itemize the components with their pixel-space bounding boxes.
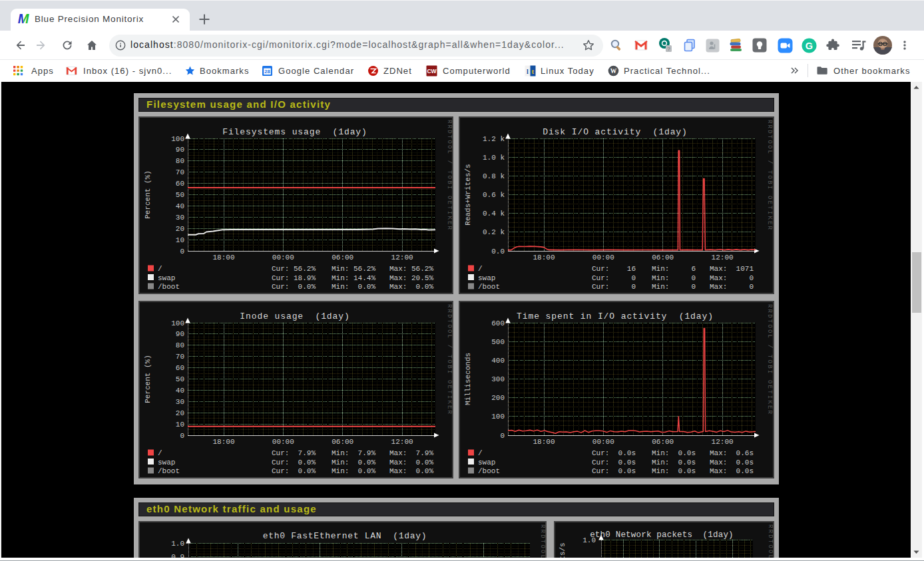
svg-text:RRDTOOL / TOBI OETIKER: RRDTOOL / TOBI OETIKER — [446, 304, 453, 415]
svg-text:0: 0 — [500, 432, 505, 440]
svg-text:20.5%: 20.5% — [411, 274, 433, 282]
svg-text:0: 0 — [631, 283, 636, 291]
svg-text:Packets/s: Packets/s — [559, 542, 567, 558]
svg-text:Percent (%): Percent (%) — [144, 355, 152, 403]
svg-text:0.6s: 0.6s — [736, 449, 754, 457]
svg-text:7.9%: 7.9% — [416, 449, 434, 457]
svg-text:Cur:: Cur: — [592, 265, 609, 273]
svg-text:Cur:: Cur: — [272, 449, 289, 457]
svg-text:18:00: 18:00 — [212, 254, 234, 262]
svg-text:Cur:: Cur: — [272, 459, 289, 467]
svg-text:500: 500 — [491, 338, 505, 346]
svg-text:Min:: Min: — [652, 459, 669, 467]
svg-text:Min:: Min: — [332, 283, 349, 291]
svg-text:Cur:: Cur: — [272, 265, 289, 273]
svg-text:0.9: 0.9 — [171, 553, 184, 558]
svg-text:Cur:: Cur: — [592, 449, 609, 457]
svg-text:G: G — [805, 40, 812, 51]
svg-text:0.4 k: 0.4 k — [483, 210, 505, 218]
svg-text:/: / — [478, 265, 483, 273]
svg-text:28: 28 — [264, 68, 270, 74]
svg-text:60: 60 — [176, 364, 184, 372]
svg-text:Max:: Max: — [710, 283, 727, 291]
svg-text:RRDTOOL / TOBI OETIKER: RRDTOOL / TOBI OETIKER — [446, 120, 453, 231]
svg-text:20: 20 — [176, 225, 184, 233]
svg-text:0: 0 — [749, 274, 754, 282]
svg-text:90: 90 — [176, 146, 184, 154]
svg-text:12:00: 12:00 — [712, 254, 734, 262]
svg-text:0.0%: 0.0% — [298, 283, 316, 291]
svg-text:7.9%: 7.9% — [358, 449, 376, 457]
svg-text:Max:: Max: — [710, 459, 727, 467]
svg-text:06:00: 06:00 — [652, 254, 674, 262]
svg-text:Cur:: Cur: — [272, 274, 289, 282]
svg-text:50: 50 — [176, 191, 184, 199]
svg-text:RRDTOOL / TOBI OETIKER: RRDTOOL / TOBI OETIKER — [766, 304, 773, 415]
svg-text:0.0s: 0.0s — [678, 449, 696, 457]
svg-text:100: 100 — [491, 413, 505, 421]
svg-text:Disk I/O activity (1day): Disk I/O activity (1day) — [543, 127, 688, 137]
svg-text:18.9%: 18.9% — [294, 274, 316, 282]
svg-text:Min:: Min: — [652, 449, 669, 457]
svg-text:W: W — [610, 68, 616, 75]
svg-text:Min:: Min: — [332, 449, 349, 457]
svg-text:Time spent in I/O activity (1: Time spent in I/O activity (1day) — [517, 311, 714, 321]
svg-text:/boot: /boot — [158, 283, 180, 291]
svg-text:0.0%: 0.0% — [358, 283, 376, 291]
svg-text:Min:: Min: — [332, 467, 349, 475]
svg-text:14.4%: 14.4% — [353, 274, 375, 282]
svg-text:0.0%: 0.0% — [298, 467, 316, 475]
svg-text:Max:: Max: — [710, 265, 727, 273]
svg-text:12:00: 12:00 — [391, 438, 413, 446]
svg-text:18:00: 18:00 — [533, 254, 555, 262]
svg-text:CW: CW — [427, 68, 437, 75]
svg-text:0.0%: 0.0% — [358, 459, 376, 467]
svg-text:00:00: 00:00 — [592, 438, 614, 446]
svg-text:Cur:: Cur: — [592, 274, 609, 282]
svg-text:20: 20 — [176, 409, 184, 417]
svg-text:56.2%: 56.2% — [411, 265, 433, 273]
svg-text:0.0s: 0.0s — [618, 467, 636, 475]
svg-text:70: 70 — [176, 353, 184, 361]
svg-text:0.0s: 0.0s — [618, 449, 636, 457]
svg-text:Max:: Max: — [389, 467, 407, 475]
svg-text:6: 6 — [691, 265, 696, 273]
svg-text:0: 0 — [749, 283, 754, 291]
svg-text:Max:: Max: — [389, 265, 407, 273]
svg-text:Cur:: Cur: — [592, 283, 609, 291]
svg-text:Min:: Min: — [652, 467, 669, 475]
svg-text:06:00: 06:00 — [332, 254, 353, 262]
svg-text:12:00: 12:00 — [391, 254, 413, 262]
svg-text:RRDTOOL / TOBI OETIKER: RRDTOOL / TOBI OETIKER — [767, 524, 774, 558]
svg-text:Min:: Min: — [332, 459, 349, 467]
svg-text:100: 100 — [171, 135, 184, 143]
svg-text:Min:: Min: — [332, 274, 349, 282]
svg-text:200: 200 — [491, 394, 505, 402]
svg-text:0.0s: 0.0s — [678, 459, 696, 467]
svg-text:/: / — [158, 265, 162, 273]
svg-text:Max:: Max: — [710, 467, 727, 475]
svg-text:Percent (%): Percent (%) — [144, 170, 152, 219]
svg-text:Min:: Min: — [652, 265, 669, 273]
svg-text:100: 100 — [171, 319, 184, 327]
svg-text:Cur:: Cur: — [272, 467, 289, 475]
svg-text:06:00: 06:00 — [332, 438, 353, 446]
svg-text:Max:: Max: — [389, 283, 407, 291]
svg-text:0: 0 — [180, 432, 184, 440]
svg-text:0.0%: 0.0% — [298, 459, 316, 467]
svg-text:40: 40 — [176, 387, 184, 395]
svg-text:0.0%: 0.0% — [416, 283, 434, 291]
svg-text:Cur:: Cur: — [592, 467, 609, 475]
svg-text:10: 10 — [176, 421, 184, 429]
svg-text:swap: swap — [158, 274, 175, 282]
svg-text:16: 16 — [627, 265, 636, 273]
svg-text:swap: swap — [478, 274, 495, 282]
svg-text:Milliseconds: Milliseconds — [464, 353, 472, 405]
svg-text:Max:: Max: — [710, 274, 727, 282]
svg-text:10: 10 — [176, 236, 184, 244]
svg-text:1.2 k: 1.2 k — [483, 135, 505, 143]
svg-text:0: 0 — [631, 274, 636, 282]
svg-text:0: 0 — [691, 283, 696, 291]
svg-text:Max:: Max: — [389, 459, 407, 467]
svg-text:1.0: 1.0 — [582, 536, 596, 544]
